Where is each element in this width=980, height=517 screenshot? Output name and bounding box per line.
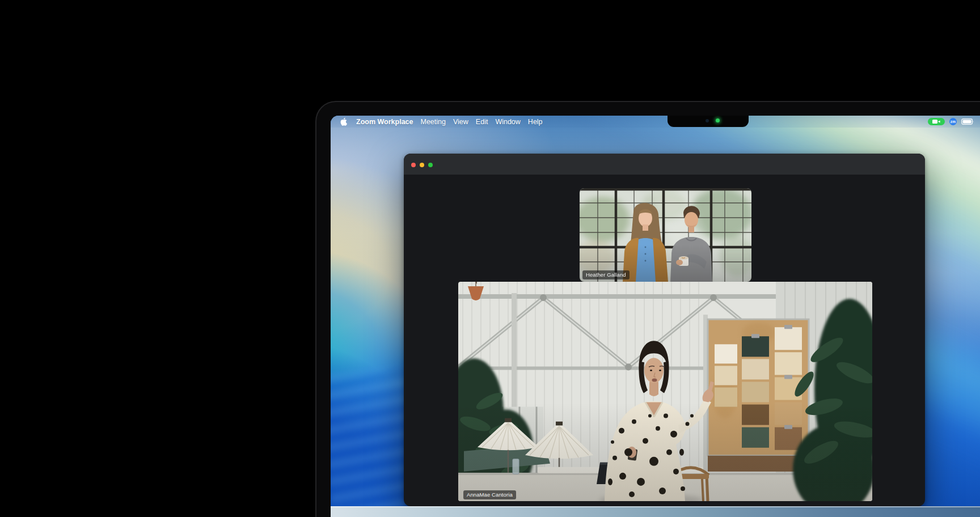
participant-name-label: AnnaMae Cantoria (463, 490, 516, 499)
zoom-meeting-window: Heather Galland (404, 154, 925, 506)
menu-app-name[interactable]: Zoom Workplace (356, 118, 413, 126)
menu-meeting[interactable]: Meeting (420, 118, 445, 126)
window-titlebar[interactable] (404, 154, 925, 175)
menu-edit[interactable]: Edit (476, 118, 488, 126)
participant-name-label: Heather Galland (582, 270, 630, 279)
desktop-stage: Zoom Workplace Meeting View Edit Window … (0, 0, 980, 517)
menu-view[interactable]: View (453, 118, 468, 126)
video-tile-annamae[interactable]: AnnaMae Cantoria (458, 282, 872, 501)
close-button[interactable] (411, 163, 416, 167)
facetime-camera-lens (706, 119, 709, 122)
video-feed-two-people (580, 188, 751, 282)
video-tile-heather[interactable]: Heather Galland (580, 188, 751, 282)
apple-logo-icon (340, 117, 347, 126)
battery-icon[interactable] (961, 118, 974, 125)
display-notch (668, 116, 749, 127)
zoom-menubar-icon[interactable]: zm (949, 118, 957, 125)
video-feed-speaker (458, 282, 872, 501)
camera-active-status[interactable] (928, 118, 945, 125)
macbook-screen: Zoom Workplace Meeting View Edit Window … (331, 116, 980, 506)
camera-in-use-indicator (716, 118, 720, 122)
video-camera-icon (932, 119, 941, 124)
menu-bar: Zoom Workplace Meeting View Edit Window … (331, 116, 980, 128)
fullscreen-button[interactable] (428, 163, 433, 167)
menu-help[interactable]: Help (528, 118, 543, 126)
minimize-button[interactable] (420, 163, 424, 167)
apple-menu[interactable] (340, 117, 347, 126)
menu-window[interactable]: Window (495, 118, 520, 126)
macbook-deck (331, 506, 980, 517)
